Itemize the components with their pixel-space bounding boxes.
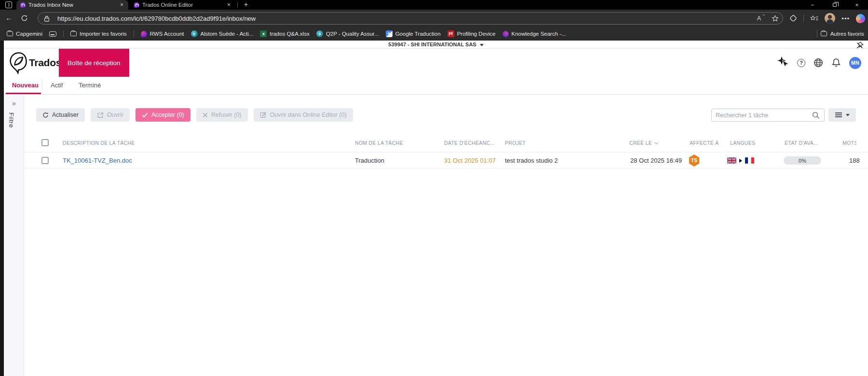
- language-pair: [727, 153, 754, 168]
- notifications-bell-icon[interactable]: [831, 58, 841, 68]
- bookmark-knowledge-search[interactable]: Knowledge Search -...: [502, 31, 566, 37]
- select-all-checkbox[interactable]: [41, 139, 49, 146]
- uk-flag-icon: [727, 157, 736, 164]
- tab-actif[interactable]: Actif: [51, 77, 63, 94]
- app-header: Trados Boîte de réception ? MN: [4, 49, 868, 77]
- google-translate-icon: 文: [386, 30, 393, 37]
- expand-filter-icon[interactable]: »: [4, 99, 24, 107]
- bookmark-google-translate[interactable]: 文 Google Traduction: [386, 30, 441, 37]
- progress-badge: 0%: [784, 156, 821, 165]
- view-options-button[interactable]: [828, 108, 856, 122]
- tab-termine[interactable]: Terminé: [79, 77, 101, 94]
- help-icon[interactable]: ?: [797, 59, 805, 67]
- divider: [817, 30, 817, 38]
- address-bar[interactable]: https://eu.cloud.trados.com/lc/t/629780b…: [38, 12, 783, 25]
- user-avatar[interactable]: MN: [849, 57, 861, 69]
- row-checkbox[interactable]: [41, 157, 49, 164]
- favorites-bar-icon[interactable]: [810, 15, 818, 22]
- refresh-icon: [42, 112, 49, 118]
- bookmark-capgemini[interactable]: Capgemini: [7, 31, 42, 37]
- open-online-editor-button[interactable]: Ouvrir dans Online Editor (0): [254, 108, 353, 122]
- search-box: [711, 109, 825, 122]
- open-icon: [97, 112, 104, 118]
- globe-language-icon[interactable]: [814, 58, 823, 68]
- new-tab-button[interactable]: +: [241, 0, 251, 10]
- favorite-star-icon[interactable]: [772, 15, 779, 22]
- bookmark-rws-account[interactable]: RWS Account: [141, 31, 184, 37]
- col-task-name[interactable]: NOM DE LA TÂCHE: [355, 140, 403, 146]
- refresh-tasks-button[interactable]: Actualiser: [36, 108, 85, 122]
- copilot-icon[interactable]: [856, 14, 865, 23]
- other-favorites[interactable]: Autres favoris: [817, 27, 864, 41]
- reject-task-button[interactable]: Refuser (0): [196, 108, 248, 122]
- task-row[interactable]: TK_10061-TVZ_Ben.doc Traduction 31 Oct 2…: [24, 153, 868, 168]
- bookmark-alstom[interactable]: s Alstom Suède - Acti...: [191, 30, 254, 37]
- fr-flag-icon: [745, 157, 754, 164]
- account-bar[interactable]: 539947 - SHI INTERNATIONAL SAS: [4, 41, 868, 49]
- search-icon[interactable]: [812, 111, 820, 119]
- filter-label[interactable]: Filtre: [8, 112, 15, 128]
- profile-avatar[interactable]: [825, 13, 835, 24]
- col-project[interactable]: PROJET: [505, 140, 526, 146]
- col-assigned[interactable]: AFFECTÉ À: [690, 140, 719, 146]
- action-toolbar: Actualiser Ouvrir Accepter (0) Refuser (…: [36, 108, 353, 122]
- window-controls: − ×: [801, 0, 868, 10]
- arrow-right-icon: [739, 159, 742, 163]
- col-created[interactable]: CRÉÉ LE: [629, 140, 658, 146]
- open-task-button[interactable]: Ouvrir: [91, 108, 130, 122]
- tab-nouveau[interactable]: Nouveau: [12, 77, 39, 94]
- word-count-cell: 188: [849, 153, 868, 168]
- tab-actions-icon[interactable]: [5, 1, 12, 8]
- chevron-down-icon: [846, 114, 850, 116]
- task-description-link[interactable]: TK_10061-TVZ_Ben.doc: [63, 157, 132, 164]
- bookmarks-bar: Capgemini Importer les favoris RWS Accou…: [0, 27, 868, 41]
- bookmark-profiling-device[interactable]: Pf Profiling Device: [448, 30, 496, 37]
- trados-favicon-icon: [134, 2, 139, 8]
- assignee-badge[interactable]: TS: [689, 154, 700, 167]
- col-due-date[interactable]: DATE D'ÉCHÉANC...: [444, 140, 495, 146]
- knowledge-icon: [502, 31, 509, 37]
- tab-title: Trados Online Editor: [142, 2, 223, 8]
- bookmark-import-favorites[interactable]: Importer les favoris: [70, 31, 127, 37]
- tab-close-icon[interactable]: ×: [226, 1, 231, 8]
- col-languages[interactable]: LANGUES: [730, 140, 755, 146]
- search-input[interactable]: [712, 112, 812, 119]
- read-aloud-icon[interactable]: A: [757, 15, 761, 22]
- back-button[interactable]: ←: [5, 14, 13, 22]
- refresh-button[interactable]: [21, 14, 28, 22]
- brand-name[interactable]: Trados: [29, 57, 61, 69]
- folder-icon: [821, 31, 827, 36]
- col-description[interactable]: DESCRIPTION DE LA TÂCHE: [63, 140, 135, 146]
- x-icon: [203, 112, 208, 118]
- trados-favicon-icon: [20, 2, 26, 8]
- browser-tab-trados-inbox[interactable]: Trados Inbox New ×: [16, 0, 128, 10]
- edit-icon: [260, 111, 267, 118]
- account-label: 539947 - SHI INTERNATIONAL SAS: [388, 42, 476, 47]
- bookmark-trados-qa[interactable]: x trados Q&A.xlsx: [260, 30, 309, 37]
- due-date-cell: 31 Oct 2025 01:07: [444, 153, 496, 168]
- tab-close-icon[interactable]: ×: [119, 1, 124, 8]
- bookmark-card[interactable]: [49, 31, 56, 37]
- accept-task-button[interactable]: Accepter (0): [136, 108, 190, 122]
- browser-tab-online-editor[interactable]: Trados Online Editor ×: [130, 0, 235, 10]
- left-edge-strip: [0, 41, 4, 376]
- col-progress[interactable]: ÉTAT D'AVA...: [785, 140, 818, 146]
- task-table-header: DESCRIPTION DE LA TÂCHE NOM DE LA TÂCHE …: [24, 133, 868, 153]
- card-icon: [49, 31, 56, 37]
- filter-panel: » Filtre: [4, 95, 24, 376]
- pf-icon: Pf: [448, 30, 454, 37]
- url-text[interactable]: https://eu.cloud.trados.com/lc/t/629780b…: [57, 15, 757, 22]
- unpin-icon[interactable]: [856, 42, 864, 49]
- browser-tabstrip: Trados Inbox New × Trados Online Editor …: [0, 0, 868, 10]
- cursor-over-sparkle-icon[interactable]: [776, 56, 789, 70]
- inbox-button[interactable]: Boîte de réception: [59, 49, 129, 77]
- browser-essentials-icon[interactable]: [789, 14, 797, 22]
- bookmark-q2p[interactable]: s Q2P - Quality Assur...: [316, 30, 379, 37]
- minimize-button[interactable]: −: [801, 0, 824, 10]
- bookmark-separator: [63, 30, 64, 37]
- sharepoint-icon: s: [191, 30, 198, 37]
- settings-more-icon[interactable]: •••: [841, 15, 850, 22]
- restore-button[interactable]: [824, 0, 846, 10]
- col-words[interactable]: MOTS: [842, 140, 856, 146]
- close-button[interactable]: ×: [846, 0, 868, 10]
